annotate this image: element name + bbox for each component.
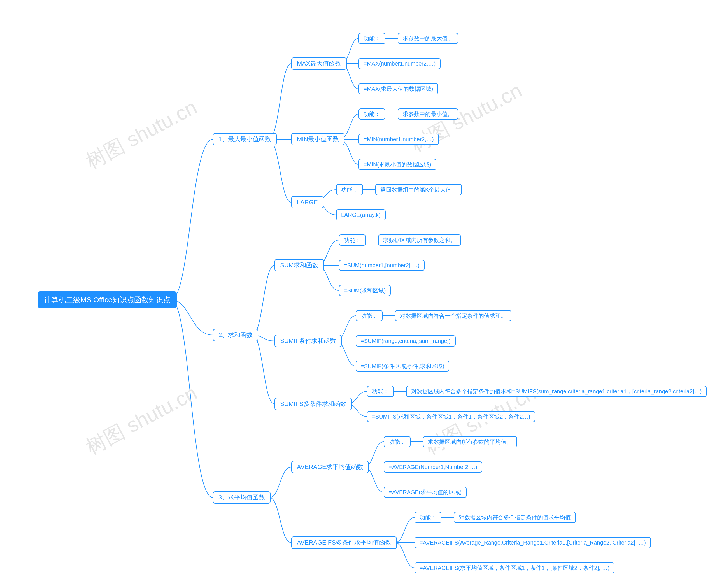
node-max[interactable]: MAX最大值函数 [291, 58, 347, 70]
node-sumif-syntax[interactable]: =SUMIF(range,criteria,[sum_range]) [356, 335, 456, 346]
node-averageifs-syntax2[interactable]: =AVERAGEIFS(求平均值区域，条件区域1，条件1，[条件区域2，条件2]… [415, 562, 614, 573]
node-large-syntax[interactable]: LARGE(array,k) [336, 209, 386, 220]
node-large-func-desc[interactable]: 返回数据组中的第K个最大值。 [375, 184, 462, 195]
watermark: 树图 shutu.cn [81, 94, 202, 175]
node-average-func-desc[interactable]: 求数据区域内所有参数的平均值。 [423, 436, 517, 447]
node-average[interactable]: AVERAGE求平均值函数 [291, 461, 369, 473]
node-average-func-label[interactable]: 功能： [384, 436, 410, 447]
mindmap-stage: 树图 shutu.cn 树图 shutu.cn 树图 shutu.cn 树图 s… [0, 0, 717, 588]
node-sumifs-func-label[interactable]: 功能： [367, 386, 394, 397]
node-average-syntax[interactable]: =AVERAGE(Number1,Number2,…) [384, 461, 482, 472]
node-max-func-label[interactable]: 功能： [358, 33, 385, 44]
node-sumif-func-label[interactable]: 功能： [356, 310, 383, 321]
node-sumif-syntax2[interactable]: =SUMIF(条件区域,条件,求和区域) [356, 360, 449, 372]
node-max-syntax[interactable]: =MAX(number1,number2,…) [358, 58, 441, 69]
node-sumifs-func-desc[interactable]: 对数据区域内符合多个指定条件的值求和=SUMIFS(sum_range,crit… [406, 386, 707, 397]
node-sum-func-desc[interactable]: 求数据区域内所有参数之和。 [378, 234, 461, 246]
node-min-syntax[interactable]: =MIN(number1,number2,…) [358, 134, 439, 145]
branch-maxmin[interactable]: 1、最大最小值函数 [213, 133, 277, 145]
node-sum-syntax2[interactable]: =SUM(求和区域) [339, 285, 391, 296]
node-sumif-func-desc[interactable]: 对数据区域内符合一个指定条件的值求和。 [395, 310, 511, 321]
node-average-syntax2[interactable]: =AVERAGE(求平均值的区域) [384, 487, 467, 498]
node-averageifs-syntax[interactable]: =AVERAGEIFS(Average_Range,Criteria_Range… [415, 537, 651, 548]
node-min[interactable]: MIN最小值函数 [291, 133, 344, 145]
watermark: 树图 shutu.cn [81, 380, 202, 461]
node-large-func-label[interactable]: 功能： [336, 184, 363, 195]
node-averageifs[interactable]: AVERAGEIFS多条件求平均值函数 [291, 537, 397, 549]
node-large[interactable]: LARGE [291, 196, 323, 208]
node-max-func-desc[interactable]: 求参数中的最大值。 [398, 33, 458, 44]
node-sum-func-label[interactable]: 功能： [339, 234, 366, 246]
node-min-func-desc[interactable]: 求参数中的最小值。 [398, 108, 458, 120]
node-max-syntax2[interactable]: =MAX(求最大值的数据区域) [358, 83, 438, 94]
node-averageifs-func-label[interactable]: 功能： [415, 512, 441, 523]
node-min-func-label[interactable]: 功能： [358, 108, 385, 120]
root-node[interactable]: 计算机二级MS Office知识点函数知识点 [38, 291, 177, 308]
branch-sum[interactable]: 2、求和函数 [213, 329, 258, 341]
node-min-syntax2[interactable]: =MIN(求最小值的数据区域) [358, 159, 436, 170]
node-sumif[interactable]: SUMIF条件求和函数 [274, 335, 342, 347]
node-sumifs[interactable]: SUMIFS多条件求和函数 [274, 398, 352, 410]
branch-avg[interactable]: 3、求平均值函数 [213, 491, 271, 504]
node-sum[interactable]: SUM求和函数 [274, 259, 324, 271]
node-averageifs-func-desc[interactable]: 对数据区域内符合多个指定条件的值求平均值 [454, 512, 576, 523]
node-sumifs-syntax[interactable]: =SUMIFS(求和区域，条件区域1，条件1，条件区域2，条件2…) [367, 411, 535, 422]
node-sum-syntax[interactable]: =SUM(number1,[number2],…) [339, 260, 425, 271]
